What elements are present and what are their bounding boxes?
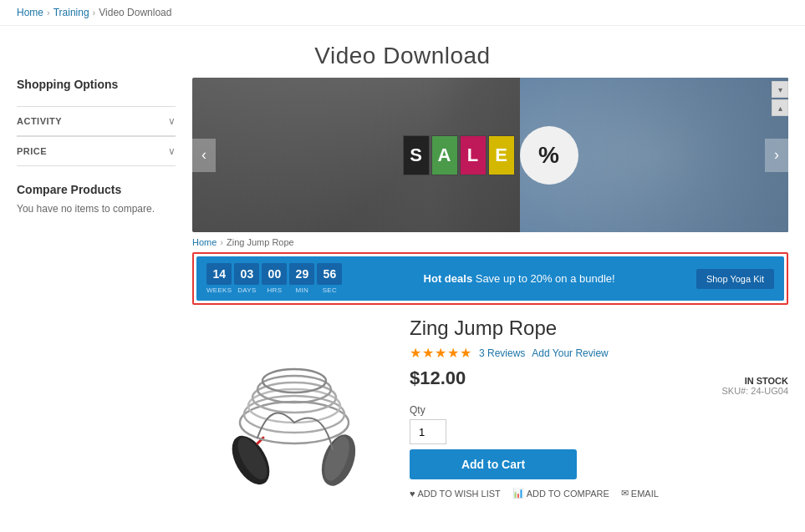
sub-breadcrumb-sep: › [220, 237, 223, 247]
stock-info: IN STOCK SKU#: 24-UG04 [722, 376, 789, 396]
countdown-sec-label: SEC [323, 286, 337, 294]
filter-group-activity: ACTIVITY ∨ [17, 106, 176, 136]
hero-prev-button[interactable]: ‹ [192, 139, 216, 172]
countdown-hrs-label: HRS [267, 286, 283, 294]
countdown-weeks-label: WEEKS [206, 286, 232, 294]
page-wrapper: Home › Training › Video Download Video D… [0, 0, 805, 532]
sub-breadcrumb-current: Zing Jump Rope [227, 237, 294, 247]
product-stars: ★★★★★ [410, 345, 472, 361]
scroll-arrows: ▾ ▴ [772, 81, 788, 116]
sku-value: 24-UG04 [751, 386, 788, 396]
compare-icon: 📊 [512, 488, 524, 499]
countdown-hrs-value: 00 [262, 263, 287, 285]
product-image [201, 314, 385, 498]
product-name: Zing Jump Rope [410, 317, 788, 340]
shop-yoga-kit-button[interactable]: Shop Yoga Kit [696, 269, 774, 289]
scroll-down-button[interactable]: ▴ [772, 99, 788, 116]
sale-letter-s: S [403, 135, 430, 175]
add-to-wishlist-link[interactable]: ♥ ADD TO WISH LIST [410, 489, 501, 499]
sale-percent: % [520, 126, 578, 185]
promo-text-prefix: Hot deals [424, 272, 473, 285]
qty-section: Qty [410, 404, 788, 444]
countdown-sec-value: 56 [317, 263, 342, 285]
countdown-days-value: 03 [234, 263, 259, 285]
rating-row: ★★★★★ 3 Reviews Add Your Review [410, 345, 788, 361]
chevron-down-icon-activity: ∨ [168, 115, 176, 127]
sku-info: SKU#: 24-UG04 [722, 386, 789, 396]
breadcrumb-current: Video Download [99, 7, 171, 18]
countdown-weeks: 14 WEEKS [206, 263, 232, 294]
sale-letter-e: E [488, 135, 515, 175]
sale-letter-l: L [460, 135, 487, 175]
promo-text-body: Save up to 20% on a bundle! [472, 272, 615, 285]
compare-title: Compare Products [17, 183, 176, 196]
promo-container: 14 WEEKS 03 DAYS 00 HRS [192, 252, 788, 305]
add-review-link[interactable]: Add Your Review [532, 347, 608, 359]
scroll-up-button[interactable]: ▾ [772, 81, 788, 98]
breadcrumb-bar: Home › Training › Video Download [0, 0, 805, 26]
promo-outer-border: 14 WEEKS 03 DAYS 00 HRS [192, 252, 788, 305]
countdown: 14 WEEKS 03 DAYS 00 HRS [206, 263, 342, 294]
countdown-min-label: MIN [296, 286, 309, 294]
action-links: ♥ ADD TO WISH LIST 📊 ADD TO COMPARE ✉ EM… [410, 488, 788, 499]
product-image-area [192, 313, 393, 499]
wishlist-label: ADD TO WISH LIST [418, 489, 501, 499]
qty-label: Qty [410, 404, 788, 416]
add-to-cart-button[interactable]: Add to Cart [410, 449, 577, 479]
promo-text: Hot deals Save up to 20% on a bundle! [352, 272, 685, 285]
breadcrumb-sep-2: › [93, 8, 96, 18]
filter-label-activity: ACTIVITY [17, 116, 62, 126]
price-row: $12.00 IN STOCK SKU#: 24-UG04 [410, 367, 788, 396]
breadcrumb: Home › Training › Video Download [17, 7, 788, 18]
filter-header-price[interactable]: PRICE ∨ [17, 137, 176, 166]
hero-next-button[interactable]: › [765, 139, 788, 172]
compare-label: ADD TO COMPARE [527, 489, 609, 499]
countdown-days: 03 DAYS [234, 263, 259, 294]
product-section: Zing Jump Rope ★★★★★ 3 Reviews Add Your … [192, 313, 788, 499]
countdown-sec: 56 SEC [317, 263, 342, 294]
sub-breadcrumb: Home › Zing Jump Rope [192, 232, 788, 249]
countdown-hrs: 00 HRS [262, 263, 287, 294]
sub-breadcrumb-home[interactable]: Home [192, 237, 217, 247]
hero-banner: S A L E % ‹ › [192, 78, 788, 232]
countdown-min-value: 29 [289, 263, 314, 285]
filter-header-activity[interactable]: ACTIVITY ∨ [17, 107, 176, 136]
sku-label: SKU#: [722, 386, 749, 396]
email-link[interactable]: ✉ EMAIL [621, 488, 659, 499]
product-price: $12.00 [410, 367, 466, 389]
page-title: Video Download [0, 43, 805, 69]
heart-icon: ♥ [410, 489, 415, 499]
product-details: Zing Jump Rope ★★★★★ 3 Reviews Add Your … [410, 313, 788, 499]
breadcrumb-home[interactable]: Home [17, 7, 43, 18]
shopping-options-title: Shopping Options [17, 78, 176, 96]
page-title-section: Video Download [0, 26, 805, 78]
add-to-compare-link[interactable]: 📊 ADD TO COMPARE [512, 488, 609, 499]
filter-group-price: PRICE ∨ [17, 136, 176, 166]
countdown-min: 29 MIN [289, 263, 314, 294]
countdown-days-label: DAYS [237, 286, 256, 294]
sidebar: Shopping Options ACTIVITY ∨ PRICE ∨ Comp… [17, 78, 176, 499]
compare-section: Compare Products You have no items to co… [17, 183, 176, 215]
breadcrumb-training[interactable]: Training [53, 7, 89, 18]
sale-letter-a: A [431, 135, 458, 175]
email-label: EMAIL [631, 489, 659, 499]
compare-text: You have no items to compare. [17, 203, 176, 215]
main-layout: Shopping Options ACTIVITY ∨ PRICE ∨ Comp… [0, 78, 805, 515]
email-icon: ✉ [621, 488, 629, 499]
countdown-weeks-value: 14 [206, 263, 232, 285]
promo-banner: 14 WEEKS 03 DAYS 00 HRS [196, 256, 784, 301]
in-stock-label: IN STOCK [722, 376, 789, 386]
filter-label-price: PRICE [17, 146, 47, 156]
review-count-link[interactable]: 3 Reviews [479, 347, 525, 359]
main-content: S A L E % ‹ › Home › Zing Jump Rope [192, 78, 788, 499]
qty-input[interactable] [410, 419, 446, 444]
sale-graphic: S A L E % [403, 126, 578, 185]
breadcrumb-sep-1: › [47, 8, 50, 18]
chevron-down-icon-price: ∨ [168, 145, 176, 157]
